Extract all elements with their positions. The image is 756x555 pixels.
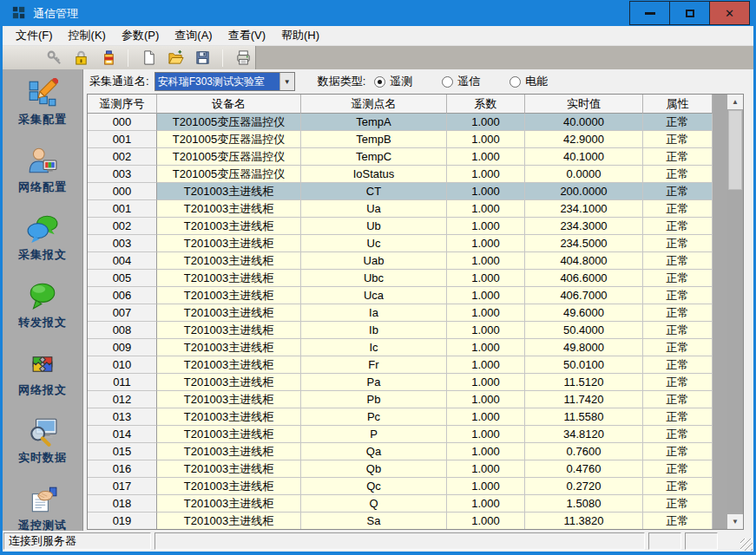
table-cell: 正常 (643, 235, 713, 252)
table-row[interactable]: 002T201005变压器温控仪TempC1.00040.1000正常 (88, 148, 743, 166)
open-folder-button[interactable] (166, 49, 185, 68)
table-cell: 正常 (643, 148, 713, 166)
save-button[interactable] (193, 49, 212, 68)
table-cell: 1.000 (447, 166, 525, 183)
column-header-seq[interactable]: 遥测序号 (88, 95, 157, 114)
table-cell: Q (301, 495, 447, 513)
table-cell: 1.000 (447, 339, 525, 356)
row-header-cell: 019 (88, 513, 157, 530)
minimize-button[interactable] (629, 1, 670, 25)
table-cell: 正常 (643, 183, 713, 200)
table-cell: 正常 (643, 495, 713, 513)
menu-control[interactable]: 控制(K) (61, 25, 114, 46)
content-panel: 采集通道名: 安科瑞F303测试实验室 ▼ 数据类型: 遥测 遥信 电能 遥测序… (84, 69, 753, 531)
table-cell: T201003主进线柜 (157, 460, 301, 478)
resize-grip[interactable] (740, 539, 753, 551)
table-cell: Qb (301, 460, 447, 478)
sidebar-label: 实时数据 (18, 450, 67, 466)
parameter-settings-button[interactable] (98, 49, 117, 68)
combobox-dropdown-button[interactable]: ▼ (279, 73, 294, 90)
maximize-icon (686, 10, 694, 17)
table-row[interactable]: 019T201003主进线柜Sa1.00011.3820正常 (88, 513, 743, 530)
radio-telemetry[interactable]: 遥测 (374, 74, 412, 89)
table-row[interactable]: 017T201003主进线柜Qc1.0000.2720正常 (88, 478, 743, 495)
table-row[interactable]: 002T201003主进线柜Ub1.000234.3000正常 (88, 218, 743, 235)
sidebar-label: 采集报文 (18, 247, 67, 263)
sidebar-item-network-message[interactable]: 网络报文 (18, 349, 67, 398)
close-button[interactable]: ✕ (709, 1, 750, 25)
table-row[interactable]: 000T201005变压器温控仪TempA1.00040.0000正常 (88, 114, 743, 131)
sidebar-item-network-config[interactable]: 网络配置 (18, 146, 67, 195)
sidebar-item-collect-config[interactable]: 采集配置 (18, 78, 67, 127)
menu-query[interactable]: 查询(A) (167, 25, 220, 46)
table-row[interactable]: 016T201003主进线柜Qb1.0000.4760正常 (88, 460, 743, 478)
table-row[interactable]: 014T201003主进线柜P1.00034.8120正常 (88, 426, 743, 443)
controls-row: 采集通道名: 安科瑞F303测试实验室 ▼ 数据类型: 遥测 遥信 电能 (84, 69, 753, 94)
table-row[interactable]: 008T201003主进线柜Ib1.00050.4000正常 (88, 322, 743, 339)
table-row[interactable]: 000T201003主进线柜CT1.000200.0000正常 (88, 183, 743, 200)
column-header-value[interactable]: 实时值 (525, 95, 643, 114)
open-folder-icon (168, 49, 184, 66)
table-row[interactable]: 005T201003主进线柜Ubc1.000406.6000正常 (88, 270, 743, 287)
radio-energy[interactable]: 电能 (509, 74, 548, 89)
sidebar-item-remote-test[interactable]: 遥控测试 (18, 484, 67, 533)
table-cell: 1.000 (447, 270, 525, 287)
row-header-cell: 001 (88, 200, 157, 218)
collect-message-icon (27, 213, 58, 245)
scroll-up-button[interactable]: ▲ (727, 95, 743, 109)
new-file-button[interactable] (139, 49, 158, 68)
table-cell: T201003主进线柜 (157, 304, 301, 322)
column-header-device[interactable]: 设备名 (157, 95, 301, 114)
table-cell: T201003主进线柜 (157, 513, 301, 530)
table-cell: 正常 (643, 131, 713, 148)
table-row[interactable]: 003T201005变压器温控仪IoStatus1.0000.0000正常 (88, 166, 743, 183)
table-cell: 1.000 (447, 183, 525, 200)
row-header-cell: 004 (88, 252, 157, 270)
table-cell: 49.6000 (525, 304, 643, 322)
table-cell: IoStatus (301, 166, 447, 183)
network-message-icon (27, 349, 58, 380)
table-row[interactable]: 007T201003主进线柜Ia1.00049.6000正常 (88, 304, 743, 322)
print-button[interactable] (233, 49, 253, 68)
table-row[interactable]: 006T201003主进线柜Uca1.000406.7000正常 (88, 287, 743, 304)
table-row[interactable]: 011T201003主进线柜Pa1.00011.5120正常 (88, 374, 743, 391)
channel-combobox[interactable]: 安科瑞F303测试实验室 ▼ (154, 72, 295, 91)
menu-view[interactable]: 查看(V) (220, 25, 273, 46)
table-cell: 正常 (643, 443, 713, 460)
collect-config-icon (27, 78, 58, 109)
table-row[interactable]: 018T201003主进线柜Q1.0001.5080正常 (88, 495, 743, 513)
sidebar-item-realtime-data[interactable]: 实时数据 (18, 416, 67, 466)
vertical-scrollbar[interactable]: ▲ ▼ (727, 95, 743, 529)
sidebar-label: 网络配置 (18, 180, 67, 195)
table-row[interactable]: 001T201005变压器温控仪TempB1.00042.9000正常 (88, 131, 743, 148)
sidebar-item-collect-message[interactable]: 采集报文 (18, 213, 67, 263)
lock-button[interactable] (71, 49, 90, 68)
table-cell: Qa (301, 443, 447, 460)
table-row[interactable]: 009T201003主进线柜Ic1.00049.8000正常 (88, 339, 743, 356)
column-header-status[interactable]: 属性 (643, 95, 713, 114)
menu-help[interactable]: 帮助(H) (273, 25, 327, 46)
table-cell: 1.000 (447, 131, 525, 148)
scroll-down-button[interactable]: ▼ (727, 514, 743, 529)
table-row[interactable]: 010T201003主进线柜Fr1.00050.0100正常 (88, 356, 743, 374)
radio-telesignal[interactable]: 遥信 (442, 74, 480, 89)
sidebar-item-forward-message[interactable]: 转发报文 (18, 281, 67, 330)
column-header-coef[interactable]: 系数 (447, 95, 525, 114)
table-row[interactable]: 013T201003主进线柜Pc1.00011.5580正常 (88, 408, 743, 426)
key-button[interactable] (44, 49, 63, 68)
table-row[interactable]: 015T201003主进线柜Qa1.0000.7600正常 (88, 443, 743, 460)
table-cell: T201003主进线柜 (157, 374, 301, 391)
table-row[interactable]: 003T201003主进线柜Uc1.000234.5000正常 (88, 235, 743, 252)
table-row[interactable]: 012T201003主进线柜Pb1.00011.7420正常 (88, 391, 743, 408)
menu-file[interactable]: 文件(F) (8, 25, 61, 46)
minimize-icon (645, 12, 655, 15)
menu-parameter[interactable]: 参数(P) (114, 25, 167, 46)
column-header-point[interactable]: 遥测点名 (301, 95, 447, 114)
table-row[interactable]: 004T201003主进线柜Uab1.000404.8000正常 (88, 252, 743, 270)
table-cell: 11.3820 (525, 513, 643, 530)
table-cell: 1.000 (447, 426, 525, 443)
network-config-icon (27, 146, 58, 177)
table-row[interactable]: 001T201003主进线柜Ua1.000234.1000正常 (88, 200, 743, 218)
maximize-button[interactable] (669, 1, 710, 25)
scrollbar-thumb[interactable] (728, 110, 742, 190)
